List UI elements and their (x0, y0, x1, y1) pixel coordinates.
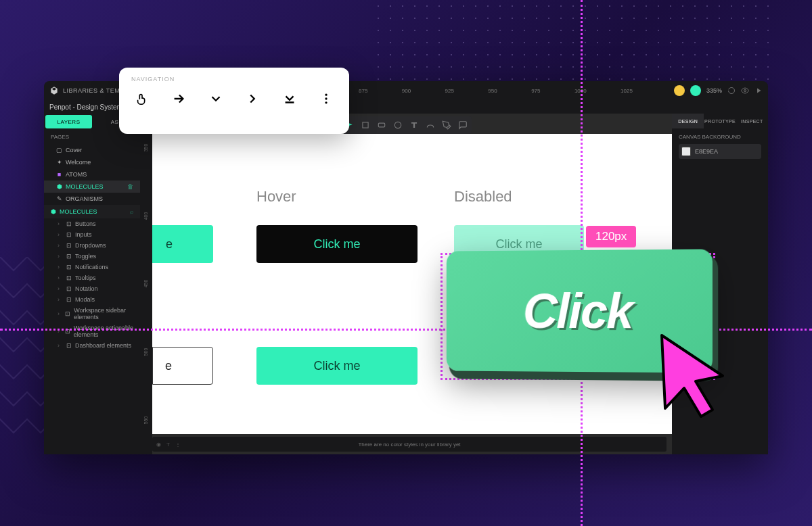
tree-label: Dashboard elements (75, 342, 131, 349)
tree-item-modals[interactable]: ›⊡Modals (44, 294, 140, 305)
tree-label: Toggles (75, 253, 96, 260)
chevron-right-icon: › (58, 310, 62, 317)
trash-icon[interactable]: 🗑 (127, 183, 133, 190)
chevron-down-line-icon[interactable] (281, 91, 298, 107)
cursor-icon (648, 329, 736, 423)
tab-prototype[interactable]: PROTOTYPE (704, 114, 736, 128)
frame-icon: ⊡ (66, 264, 72, 270)
pointer-icon[interactable] (134, 91, 150, 107)
ruler-mark: 550 (144, 416, 149, 425)
button-secondary-hover[interactable]: Click me (256, 347, 418, 385)
chevron-right-icon[interactable] (244, 91, 261, 107)
play-icon[interactable] (754, 87, 763, 95)
curve-tool-icon[interactable] (426, 120, 435, 130)
tree-item-workspace-sidebar[interactable]: ›⊡Workspace sidebar elements (44, 305, 140, 322)
navigation-popup: NAVIGATION (119, 68, 349, 134)
tree-item-tooltips[interactable]: ›⊡Tooltips (44, 272, 140, 283)
page-item-atoms[interactable]: ■ATOMS (44, 168, 140, 181)
page-item-organisms[interactable]: ✎ORGANISMS (44, 193, 140, 205)
text-icon[interactable]: T (166, 441, 170, 448)
ruler-mark: 450 (144, 280, 149, 288)
undo-icon[interactable] (727, 87, 736, 95)
tree-item-dropdowns[interactable]: ›⊡Dropdowns (44, 240, 140, 251)
app-logo-icon (49, 86, 59, 95)
ellipse-tool-icon[interactable] (393, 120, 403, 130)
page-item-molecules[interactable]: ⬢MOLECULES🗑 (44, 181, 140, 193)
frame-tool-icon[interactable] (361, 120, 370, 130)
atom-icon: ■ (56, 172, 62, 178)
ruler-mark: 925 (445, 88, 454, 94)
frame-icon: ⊡ (66, 342, 72, 349)
tree-item-workspace-actionable[interactable]: ›⊡Workspace actionable elements (44, 322, 140, 340)
nav-popup-title: NAVIGATION (131, 76, 337, 82)
tree-label: Inputs (75, 231, 92, 238)
big-click-label: Click (523, 283, 633, 339)
chevron-down-icon[interactable] (208, 91, 224, 107)
ruler-mark: 875 (359, 88, 367, 94)
palette-icon[interactable]: ◉ (156, 441, 161, 448)
page-icon: ▢ (56, 147, 62, 153)
footer-bar: ◉ T ⋮ There are no color styles in your … (152, 437, 667, 452)
frame-icon: ⊡ (66, 231, 72, 238)
svg-rect-2 (378, 123, 384, 127)
button-hover[interactable]: Click me (256, 225, 418, 263)
frame-icon: ⊡ (66, 242, 72, 249)
text-tool-icon[interactable] (409, 120, 419, 130)
filename[interactable]: Penpot - Design System (49, 103, 122, 111)
canvas-background-section: CANVAS BACKGROUND E8E9EA (672, 128, 768, 164)
color-swatch[interactable] (681, 147, 691, 156)
tab-design[interactable]: DESIGN (672, 114, 704, 128)
star-icon: ✦ (56, 160, 62, 166)
user-avatar[interactable] (674, 85, 685, 96)
column-header-hover: Hover (256, 188, 296, 206)
chevron-right-icon: › (58, 274, 63, 281)
ruler-mark: 500 (144, 348, 149, 356)
chevron-right-icon: › (58, 342, 63, 349)
arrow-right-icon[interactable] (171, 91, 187, 107)
big-click-illustration: Click (444, 250, 716, 383)
ruler-mark: 350 (144, 144, 149, 152)
tree-item-dashboard[interactable]: ›⊡Dashboard elements (44, 340, 140, 351)
frame-icon: ⊡ (66, 253, 72, 260)
svg-point-3 (394, 122, 401, 128)
frame-icon: ⊡ (65, 310, 70, 317)
rect-tool-icon[interactable] (377, 120, 386, 130)
svg-point-0 (744, 90, 746, 92)
user-avatar[interactable] (690, 85, 701, 96)
left-panel: LAYERS ASS PAGES ▢Cover ✦Welcome ■ATOMS … (44, 114, 140, 454)
eye-icon[interactable] (741, 87, 749, 95)
tree-item-notation[interactable]: ›⊡Notation (44, 283, 140, 294)
right-tabs: DESIGN PROTOTYPE INSPECT (672, 114, 768, 128)
canvas-bg-label: CANVAS BACKGROUND (679, 134, 761, 140)
footer-tools: ◉ T ⋮ (156, 441, 181, 448)
button-secondary-default-partial[interactable]: e (152, 347, 213, 385)
tab-inspect[interactable]: INSPECT (736, 114, 768, 128)
topbar-right: 335% (674, 85, 763, 96)
chevron-right-icon: › (58, 253, 63, 260)
tab-layers[interactable]: LAYERS (45, 115, 92, 128)
svg-point-4 (325, 94, 327, 96)
color-input-row[interactable]: E8E9EA (679, 144, 761, 159)
tree-item-notifications[interactable]: ›⊡Notifications (44, 262, 140, 272)
tree-item-inputs[interactable]: ›⊡Inputs (44, 229, 140, 240)
more-icon[interactable]: ⋮ (175, 441, 181, 448)
tree-item-toggles[interactable]: ›⊡Toggles (44, 251, 140, 262)
comment-tool-icon[interactable] (458, 120, 468, 130)
zoom-level[interactable]: 335% (706, 87, 722, 94)
footer-message: There are no color styles in your librar… (358, 441, 460, 448)
button-default-partial[interactable]: e (152, 225, 213, 263)
tree-label: Modals (75, 296, 95, 303)
page-label: ORGANISMS (66, 195, 103, 202)
tree-item-buttons[interactable]: ›⊡Buttons (44, 218, 140, 229)
more-vertical-icon[interactable] (318, 91, 334, 107)
search-icon[interactable]: ⌕ (130, 208, 133, 215)
organism-icon: ✎ (56, 196, 62, 202)
tree-label: Buttons (75, 220, 96, 227)
svg-rect-1 (363, 122, 368, 128)
pen-tool-icon[interactable] (442, 120, 451, 130)
chevron-right-icon: › (58, 296, 63, 303)
ruler-mark: 400 (144, 212, 149, 220)
layer-tree-header[interactable]: ⬢MOLECULES⌕ (44, 205, 140, 218)
page-item-cover[interactable]: ▢Cover (44, 144, 140, 156)
page-item-welcome[interactable]: ✦Welcome (44, 156, 140, 168)
